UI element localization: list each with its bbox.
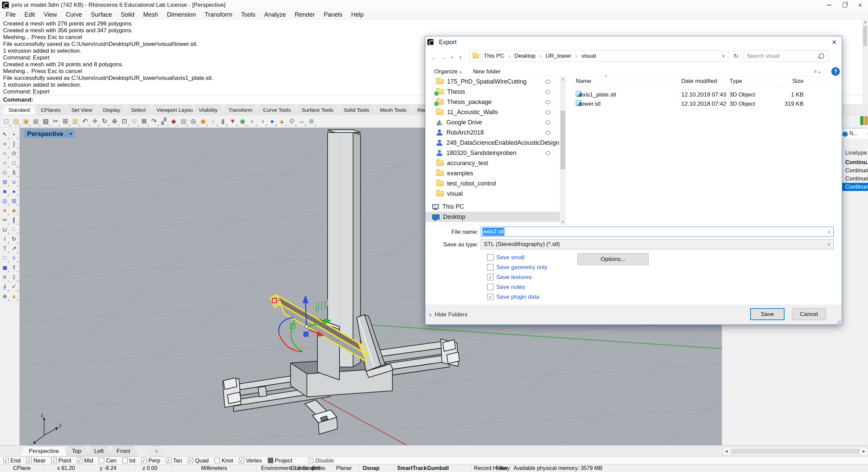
osnap-project[interactable]: Project xyxy=(268,457,292,464)
status-planar[interactable]: Planar xyxy=(333,465,360,472)
box-tool-icon[interactable]: ■ xyxy=(0,187,9,196)
globe-icon[interactable]: ⊛ xyxy=(307,116,316,126)
viewport-layout-icon[interactable]: ▞ xyxy=(159,116,169,126)
osnap-quad[interactable]: Quad xyxy=(188,457,208,464)
nav-up-button[interactable]: ↑ xyxy=(455,54,465,62)
menu-solid[interactable]: Solid xyxy=(116,11,139,18)
pyramid-tool-icon[interactable]: ▲ xyxy=(10,292,18,301)
trim-tool-icon[interactable]: ✂ xyxy=(0,215,9,225)
checkbox[interactable] xyxy=(487,294,494,300)
osnap-disable[interactable]: Disable xyxy=(308,457,334,464)
new-file-icon[interactable]: □ xyxy=(1,116,11,126)
menu-mesh[interactable]: Mesh xyxy=(139,11,163,18)
surface-grid-tool-icon[interactable]: ⊞ xyxy=(10,196,18,206)
save-file-icon[interactable]: ▣ xyxy=(21,116,31,126)
checkbox[interactable] xyxy=(487,254,494,261)
address-dropdown-icon[interactable]: ▾ xyxy=(719,54,728,58)
arc-tool-icon[interactable]: ∩ xyxy=(0,158,9,168)
osnap-checkbox[interactable] xyxy=(239,458,244,463)
status-x[interactable]: x 61.20 xyxy=(44,465,88,472)
osnap-checkbox[interactable] xyxy=(141,458,147,463)
osnap-checkbox[interactable] xyxy=(188,458,193,463)
zoom-selected-icon[interactable]: ⊙ xyxy=(129,116,139,126)
search-box[interactable] xyxy=(744,50,829,62)
menu-transform[interactable]: Transform xyxy=(200,11,237,18)
osnap-vertex[interactable]: Vertex xyxy=(239,457,262,464)
scroll-thumb[interactable] xyxy=(731,449,860,454)
file-row[interactable]: axis1_plate.stl 12.10.2018 07:43 3D Obje… xyxy=(571,90,843,99)
solid-tool-icon[interactable]: ◼ xyxy=(0,263,9,272)
scroll-thumb[interactable] xyxy=(560,111,565,169)
osnap-checkbox[interactable] xyxy=(308,458,314,463)
file-name-dropdown-icon[interactable]: ∨ xyxy=(825,230,833,234)
check-tool-icon[interactable]: ✓ xyxy=(10,282,18,291)
restore-button[interactable] xyxy=(837,0,852,10)
crumb-visual[interactable]: visual xyxy=(579,53,598,59)
osnap-checkbox[interactable] xyxy=(77,458,82,463)
dialog-close-button[interactable]: × xyxy=(827,36,842,48)
crumb-ur-tower[interactable]: UR_tower xyxy=(543,53,579,59)
tab-visibility[interactable]: Visibility xyxy=(192,105,224,115)
menu-curve[interactable]: Curve xyxy=(61,11,87,18)
array-tool-icon[interactable]: ∷ xyxy=(0,254,9,263)
folder-11-acoustic-walls[interactable]: 11_Acoustic_Walls xyxy=(425,107,560,117)
blend-tool-icon[interactable]: ≀ xyxy=(0,234,9,244)
column-type[interactable]: Type xyxy=(730,78,781,85)
paste-icon[interactable]: ▥ xyxy=(70,116,80,126)
new-folder-button[interactable]: New folder xyxy=(473,68,501,75)
osnap-cen[interactable]: Cen xyxy=(99,457,116,464)
file-name-value[interactable]: axis2.stl xyxy=(482,228,504,236)
osnap-int[interactable]: Int xyxy=(122,457,135,464)
help-icon[interactable]: ? xyxy=(831,67,840,76)
tab-cplanes[interactable]: CPlanes xyxy=(34,105,67,115)
nav-forward-button[interactable]: → xyxy=(439,54,449,62)
hatch-icon[interactable]: ▨ xyxy=(179,116,188,126)
crumb-this-pc[interactable]: This PC xyxy=(482,53,512,59)
freeform-tool-icon[interactable]: § xyxy=(10,168,18,177)
rotate-view-icon[interactable]: ↻ xyxy=(100,116,110,126)
osnap-checkbox[interactable] xyxy=(51,458,57,463)
tab-viewport-layout[interactable]: Viewport Layout xyxy=(150,105,194,115)
viewport-tab-left[interactable]: Left xyxy=(86,446,111,456)
viewport-menu-caret-icon[interactable]: ▼ xyxy=(67,129,75,138)
save-as-type-select[interactable]: STL (Stereolithography) (*.stl) ∨ xyxy=(481,239,834,249)
status-smarttrack[interactable]: SmartTrack xyxy=(394,465,424,472)
folder-test-robot-control[interactable]: test_robot_control xyxy=(425,178,560,189)
menu-help[interactable]: Help xyxy=(347,11,368,18)
command-scroll-thumb[interactable] xyxy=(863,26,867,46)
linetype-column-header[interactable]: Linetype xyxy=(845,150,867,156)
osnap-end[interactable]: End xyxy=(3,457,20,464)
cage-edit-tool-icon[interactable]: ⊞ xyxy=(0,177,9,187)
status-ortho[interactable]: Ortho xyxy=(309,465,333,472)
osnap-knot[interactable]: Knot xyxy=(215,457,233,464)
cone-icon[interactable]: ▲ xyxy=(277,116,287,126)
nav-back-button[interactable]: ← xyxy=(429,54,439,62)
folder-thesis-package[interactable]: Thesis_package xyxy=(425,97,560,107)
save-button[interactable]: Save xyxy=(750,308,784,320)
menu-dimension[interactable]: Dimension xyxy=(163,11,200,18)
zoom-window-icon[interactable]: ⊡ xyxy=(119,116,129,126)
panel-horizontal-scrollbar[interactable]: ◄ ► xyxy=(722,447,868,456)
file-name-input[interactable]: axis2.stl ∨ xyxy=(481,227,834,237)
command-scrollbar[interactable]: ∧ xyxy=(862,19,868,104)
select-tool-icon[interactable]: ↖ xyxy=(0,130,9,139)
save-notes-checkbox[interactable]: Save notes xyxy=(487,282,547,292)
tab-solid-tools[interactable]: Solid Tools xyxy=(337,105,376,115)
menu-edit[interactable]: Edit xyxy=(20,11,39,18)
folder-visual[interactable]: visual xyxy=(425,189,560,199)
surface-bend-tool-icon[interactable]: ∪ xyxy=(10,177,18,187)
status-cplane[interactable]: CPlane xyxy=(0,465,44,472)
dimension-icon[interactable]: ↔ xyxy=(297,116,307,126)
tab-standard[interactable]: Standard xyxy=(2,105,36,115)
menu-file[interactable]: File xyxy=(1,11,20,18)
explode-tool-icon[interactable]: ★ xyxy=(0,206,9,215)
status-osnap[interactable]: Osnap xyxy=(360,465,394,472)
address-bar[interactable]: This PCDesktopUR_towervisual ▾ xyxy=(469,50,728,62)
tab-mesh-tools[interactable]: Mesh Tools xyxy=(373,105,413,115)
tab-set-view[interactable]: Set View xyxy=(65,105,99,115)
save-plugin-data-checkbox[interactable]: Save plugin data xyxy=(487,292,547,302)
osnap-checkbox[interactable] xyxy=(26,458,32,463)
column-size[interactable]: Size xyxy=(781,78,804,85)
column-name[interactable]: Name xyxy=(571,78,681,85)
ellipse-tool-icon[interactable]: ⊙ xyxy=(10,149,18,158)
